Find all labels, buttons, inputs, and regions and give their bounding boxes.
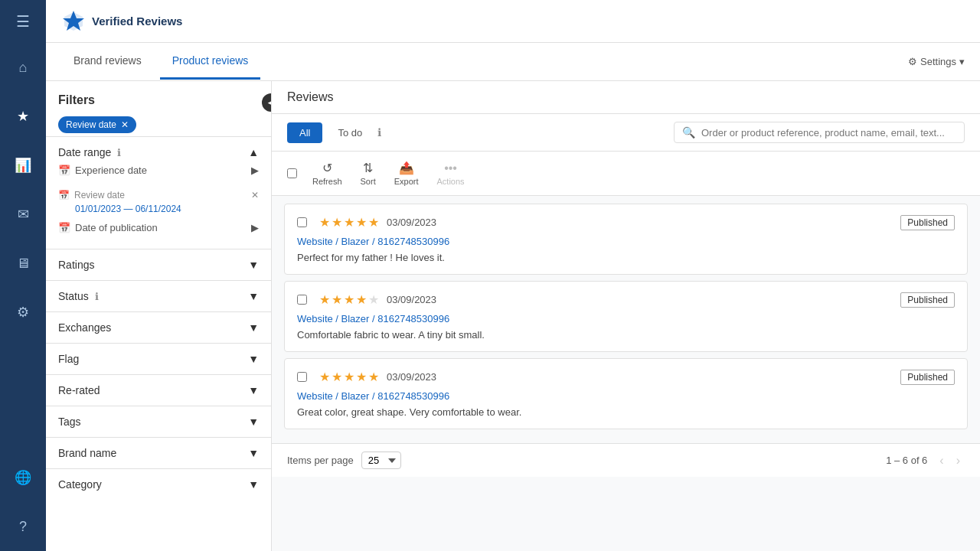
date-range-header[interactable]: Date range ℹ ▲: [58, 146, 259, 158]
pagination-range: 1 – 6 of 6: [886, 455, 927, 466]
items-per-page-label: Items per page: [287, 455, 354, 466]
filters-title: Filters ◀: [46, 81, 271, 113]
status-header[interactable]: Status ℹ ▼: [58, 290, 259, 302]
settings-label: Settings: [920, 56, 956, 67]
reviews-title: Reviews: [272, 81, 980, 114]
brand-name-chevron-icon: ▼: [248, 447, 259, 459]
filter-section-rerated: Re-rated ▼: [46, 374, 271, 406]
review-product: Website / Blazer / 8162748530996: [297, 236, 955, 247]
review-card: ★ ★ ★ ★ ★ 03/09/2023 Published Website /…: [284, 281, 968, 352]
brand-name-header[interactable]: Brand name ▼: [58, 447, 259, 459]
rerated-header[interactable]: Re-rated ▼: [58, 384, 259, 396]
date-range-chevron-icon: ▲: [248, 146, 259, 158]
review-checkbox[interactable]: [297, 372, 307, 382]
sidebar-item-help[interactable]: ?: [9, 513, 37, 540]
pagination-next-button[interactable]: ›: [952, 452, 965, 469]
review-checkbox[interactable]: [297, 217, 307, 227]
logo-text: Verified Reviews: [92, 15, 182, 28]
logo: Verified Reviews: [61, 9, 182, 34]
tab-product-reviews[interactable]: Product reviews: [160, 44, 261, 80]
rerated-chevron-icon: ▼: [248, 384, 259, 396]
filter-section-category: Category ▼: [46, 468, 271, 500]
all-tab-button[interactable]: All: [287, 122, 322, 143]
sidebar-item-home[interactable]: ⌂: [9, 54, 37, 81]
filter-section-flag: Flag ▼: [46, 343, 271, 374]
gear-icon: ⚙: [908, 56, 917, 67]
sidebar: ☰ ⌂ ★ 📊 ✉ 🖥 ⚙ 🌐 ?: [0, 0, 46, 551]
collapse-filters-button[interactable]: ◀: [262, 93, 272, 112]
filter-experience-date[interactable]: 📅Experience date ▶: [58, 158, 259, 182]
main-content: Verified Reviews Brand reviews Product r…: [46, 0, 980, 551]
pagination-bar: Items per page 25 50 100 1 – 6 of 6 ‹ ›: [272, 443, 980, 477]
review-card: ★ ★ ★ ★ ★ 03/09/2023 Published Website /…: [284, 358, 968, 429]
clear-review-date-button[interactable]: ✕: [251, 190, 259, 201]
star-rating: ★ ★ ★ ★ ★: [319, 215, 379, 230]
ratings-header[interactable]: Ratings ▼: [58, 259, 259, 271]
sidebar-menu-button[interactable]: ☰: [0, 0, 46, 43]
calendar2-icon: 📅: [58, 190, 70, 201]
review-product: Website / Blazer / 8162748530996: [297, 313, 955, 324]
actions-button[interactable]: ••• Actions: [430, 158, 472, 189]
review-text: Comfortable fabric to wear. A tiny bit s…: [297, 329, 955, 341]
review-text: Great color, great shape. Very comfortab…: [297, 406, 955, 418]
tabs-bar: Brand reviews Product reviews ⚙ Settings…: [46, 43, 980, 81]
settings-button[interactable]: ⚙ Settings ▾: [908, 56, 965, 67]
search-icon: 🔍: [682, 126, 695, 139]
sidebar-item-monitor[interactable]: 🖥: [9, 249, 37, 277]
filters-panel: Filters ◀ Review date ✕ Date range ℹ ▲: [46, 81, 272, 551]
content-area: Filters ◀ Review date ✕ Date range ℹ ▲: [46, 81, 980, 551]
flag-chevron-icon: ▼: [248, 353, 259, 365]
star-2: ★: [332, 292, 342, 307]
todo-tab-button[interactable]: To do: [328, 122, 371, 143]
review-card: ★ ★ ★ ★ ★ 03/09/2023 Published Website /…: [284, 204, 968, 275]
review-status-badge: Published: [900, 215, 955, 230]
review-product: Website / Blazer / 8162748530996: [297, 390, 955, 402]
sort-icon: ⇅: [363, 161, 373, 175]
ratings-chevron-icon: ▼: [248, 259, 259, 271]
category-header[interactable]: Category ▼: [58, 478, 259, 491]
sidebar-item-analytics[interactable]: 📊: [9, 152, 37, 179]
star-3: ★: [344, 215, 354, 230]
star-2: ★: [332, 370, 342, 384]
filter-section-tags: Tags ▼: [46, 406, 271, 437]
review-date: 03/09/2023: [387, 294, 436, 305]
reviews-panel: Reviews All To do ℹ 🔍 ↺ Refresh: [272, 81, 980, 551]
tab-brand-reviews[interactable]: Brand reviews: [61, 44, 154, 80]
pagination-navigation: ‹ ›: [935, 452, 965, 469]
sidebar-item-campaigns[interactable]: ✉: [9, 201, 37, 228]
actions-toolbar: ↺ Refresh ⇅ Sort 📤 Export ••• Actions: [272, 152, 980, 196]
star-4: ★: [356, 370, 367, 384]
remove-filter-icon[interactable]: ✕: [121, 119, 129, 130]
filter-section-exchanges: Exchanges ▼: [46, 311, 271, 343]
date-range-info-icon: ℹ: [117, 147, 121, 158]
active-filter-tag[interactable]: Review date ✕: [46, 113, 271, 136]
review-checkbox[interactable]: [297, 295, 307, 305]
flag-header[interactable]: Flag ▼: [58, 353, 259, 365]
per-page-select[interactable]: 25 50 100: [361, 452, 401, 469]
export-button[interactable]: 📤 Export: [387, 158, 426, 189]
reviews-info-icon[interactable]: ℹ: [377, 126, 381, 139]
sort-button[interactable]: ⇅ Sort: [353, 158, 384, 189]
header: Verified Reviews: [46, 0, 980, 43]
star-1: ★: [319, 292, 330, 307]
logo-icon: [61, 9, 86, 34]
star-3: ★: [344, 292, 354, 307]
star-4: ★: [356, 215, 367, 230]
sidebar-item-globe[interactable]: 🌐: [9, 464, 37, 491]
review-status-badge: Published: [900, 370, 955, 385]
tags-header[interactable]: Tags ▼: [58, 416, 259, 428]
search-input[interactable]: [701, 127, 956, 139]
sidebar-item-reviews[interactable]: ★: [9, 103, 37, 130]
star-5-empty: ★: [368, 292, 379, 307]
select-all-checkbox[interactable]: [287, 168, 297, 178]
export-icon: 📤: [399, 161, 414, 175]
refresh-button[interactable]: ↺ Refresh: [305, 158, 350, 189]
pagination-prev-button[interactable]: ‹: [935, 452, 948, 469]
tags-chevron-icon: ▼: [248, 416, 259, 428]
review-text: Perfect for my father ! He loves it.: [297, 252, 955, 263]
exchanges-header[interactable]: Exchanges ▼: [58, 321, 259, 334]
filter-section-ratings: Ratings ▼: [46, 249, 271, 280]
filter-date-of-publication[interactable]: 📅Date of publication ▶: [58, 216, 259, 240]
sidebar-item-settings[interactable]: ⚙: [9, 298, 37, 326]
star-5: ★: [368, 370, 379, 384]
